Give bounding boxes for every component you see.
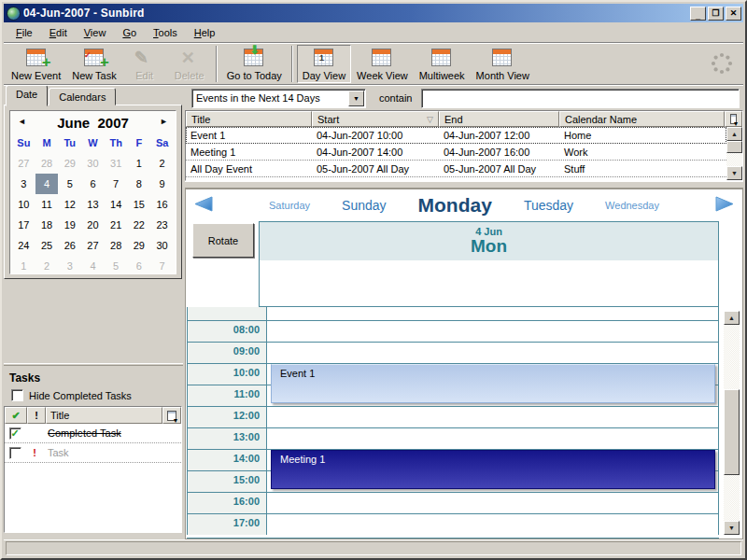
calendar-day-cell[interactable]: 29 [58, 153, 81, 174]
month-view-button[interactable]: Month View [471, 45, 535, 83]
column-header-title[interactable]: Title [186, 111, 312, 127]
scroll-down-icon[interactable]: ▼ [724, 521, 740, 535]
calendar-day-cell[interactable]: 15 [128, 194, 151, 215]
calendar-day-cell[interactable]: 7 [105, 174, 128, 194]
task-priority-column-header[interactable]: ! [27, 407, 46, 424]
time-grid-cell[interactable] [267, 321, 719, 342]
next-month-icon[interactable]: ► [160, 117, 168, 126]
next-day-arrow-icon[interactable] [714, 196, 735, 212]
calendar-day-cell[interactable]: 27 [81, 235, 105, 256]
calendar-day-cell[interactable]: 19 [58, 215, 81, 235]
day-column-header[interactable]: 4 Jun Mon [259, 221, 719, 261]
tab-calendars[interactable]: Calendars [49, 88, 116, 105]
calendar-day-cell[interactable]: 29 [128, 235, 151, 256]
calendar-day-cell[interactable]: 23 [150, 215, 174, 235]
calendar-event-meeting-1[interactable]: Meeting 1 [271, 450, 715, 489]
time-row-0900[interactable]: 09:00 [187, 342, 719, 363]
close-button[interactable]: ✕ [726, 7, 741, 21]
calendar-day-cell[interactable]: 6 [128, 256, 151, 276]
hide-completed-checkbox[interactable] [11, 389, 23, 401]
calendar-day-cell[interactable]: 1 [128, 153, 151, 174]
previous-day-arrow-icon[interactable] [193, 196, 214, 212]
time-grid-cell[interactable] [267, 307, 719, 320]
menu-file[interactable]: File [7, 24, 41, 41]
calendar-day-cell[interactable]: 25 [35, 235, 59, 256]
calendar-day-cell[interactable]: 27 [12, 153, 35, 174]
dropdown-arrow-icon[interactable]: ▼ [348, 91, 364, 106]
sidebar-splitter[interactable] [4, 363, 183, 366]
calendar-day-cell[interactable]: 20 [81, 215, 105, 235]
calendar-day-cell[interactable]: 7 [150, 256, 174, 276]
calendar-day-cell[interactable]: 28 [35, 153, 59, 174]
time-row-1200[interactable]: 12:00 [187, 406, 719, 427]
calendar-day-cell[interactable]: 11 [35, 194, 59, 215]
task-row[interactable]: !Task [5, 443, 181, 463]
all-day-area[interactable] [259, 260, 719, 307]
calendar-day-cell[interactable]: 6 [81, 174, 105, 194]
calendar-day-cell[interactable]: 21 [105, 215, 128, 235]
event-filter-dropdown[interactable]: Events in the Next 14 Days ▼ [191, 89, 366, 108]
event-table-row[interactable]: Event 104-Jun-2007 10:0004-Jun-2007 12:0… [186, 127, 726, 144]
rotate-button[interactable]: Rotate [192, 223, 254, 258]
tab-date[interactable]: Date [6, 85, 48, 106]
calendar-day-cell[interactable]: 4 [81, 256, 105, 276]
scroll-up-icon[interactable]: ▲ [724, 311, 740, 325]
menu-go[interactable]: Go [114, 24, 145, 41]
calendar-day-cell[interactable]: 30 [81, 153, 105, 174]
calendar-day-cell[interactable]: 31 [105, 153, 128, 174]
time-grid-cell[interactable] [267, 493, 719, 513]
event-table-row[interactable]: All Day Event05-Jun-2007 All Day05-Jun-2… [186, 161, 726, 177]
calendar-day-cell[interactable]: 8 [128, 174, 151, 194]
calendar-day-cell[interactable]: 30 [150, 235, 174, 256]
calendar-day-cell[interactable]: 17 [12, 215, 35, 235]
time-grid-cell[interactable] [267, 343, 719, 363]
scroll-up-icon[interactable]: ▲ [726, 127, 742, 141]
menu-tools[interactable]: Tools [145, 24, 186, 41]
calendar-day-cell[interactable]: 4 [35, 174, 59, 194]
calendar-day-cell[interactable]: 3 [58, 256, 81, 276]
calendar-day-cell[interactable]: 5 [105, 256, 128, 276]
calendar-day-cell[interactable]: 13 [81, 194, 105, 215]
time-row-1700[interactable]: 17:00 [187, 513, 719, 535]
scrollbar-thumb[interactable] [724, 389, 740, 475]
scrollbar-thumb[interactable] [726, 141, 742, 153]
calendar-day-cell[interactable]: 14 [105, 194, 128, 215]
calendar-day-cell[interactable]: 24 [12, 235, 35, 256]
time-row-partial[interactable] [187, 307, 719, 320]
calendar-day-cell[interactable]: 10 [12, 194, 35, 215]
nav-day-tuesday[interactable]: Tuesday [524, 198, 573, 213]
calendar-day-cell[interactable]: 22 [128, 215, 151, 235]
day-view-button[interactable]: 1Day View [297, 45, 351, 83]
week-view-button[interactable]: Week View [351, 45, 414, 83]
calendar-day-cell[interactable]: 1 [12, 256, 35, 276]
new-event-button[interactable]: +New Event [6, 45, 66, 83]
minimize-button[interactable]: _ [690, 7, 706, 21]
calendar-day-cell[interactable]: 18 [35, 215, 59, 235]
column-header-calendar-name[interactable]: Calendar Name [559, 111, 725, 127]
nav-day-saturday[interactable]: Saturday [269, 200, 310, 211]
event-column-picker[interactable] [725, 111, 742, 127]
calendar-event-event-1[interactable]: Event 1 [271, 364, 715, 403]
task-complete-column-header[interactable]: ✔ [5, 407, 27, 424]
multiweek-button[interactable]: Multiweek [414, 45, 471, 83]
calendar-day-cell[interactable]: 2 [150, 153, 174, 174]
task-complete-cell[interactable] [5, 447, 25, 459]
calendar-day-cell[interactable]: 2 [35, 256, 59, 276]
calendar-day-cell[interactable]: 16 [150, 194, 174, 215]
new-task-button[interactable]: ✓+New Task [66, 45, 121, 83]
task-title-column-header[interactable]: Title [46, 407, 162, 424]
event-table-row[interactable]: Meeting 104-Jun-2007 14:0004-Jun-2007 16… [186, 144, 726, 161]
time-row-0800[interactable]: 08:00 [187, 320, 719, 342]
task-column-picker[interactable] [162, 407, 181, 424]
time-grid-cell[interactable] [267, 514, 719, 535]
search-input[interactable] [421, 89, 740, 108]
calendar-day-cell[interactable]: 12 [58, 194, 81, 215]
menu-view[interactable]: View [76, 24, 115, 41]
time-grid-cell[interactable] [267, 428, 719, 449]
unchecked-checkbox[interactable] [9, 447, 21, 459]
restore-button[interactable]: ❐ [708, 7, 724, 21]
calendar-day-cell[interactable]: 28 [105, 235, 128, 256]
sunbird-app-icon[interactable] [7, 7, 21, 21]
task-row[interactable]: ✓Completed Task [5, 424, 181, 443]
column-header-end[interactable]: End [439, 111, 559, 127]
